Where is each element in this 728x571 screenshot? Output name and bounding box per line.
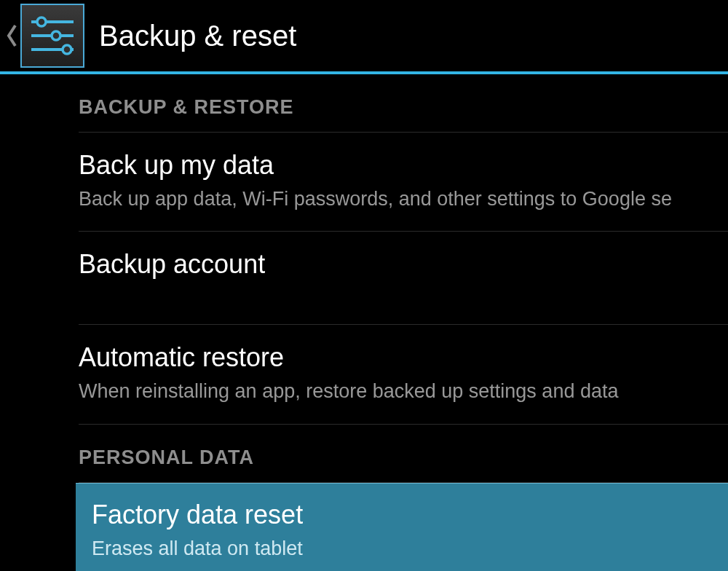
svg-point-5 [63,45,71,54]
item-title: Back up my data [79,149,728,181]
header-bar: Backup & reset [0,0,728,74]
settings-content: BACKUP & RESTORE Back up my data Back up… [0,74,728,571]
section-header-backup-restore: BACKUP & RESTORE [79,74,728,133]
back-chevron-icon[interactable] [4,23,19,48]
item-subtitle: When reinstalling an app, restore backed… [79,378,728,404]
list-item-backup-my-data[interactable]: Back up my data Back up app data, Wi-Fi … [79,133,728,232]
item-subtitle: Erases all data on tablet [92,535,728,562]
item-title: Backup account [79,248,728,280]
section-header-personal-data: PERSONAL DATA [79,425,728,483]
settings-sliders-icon[interactable] [20,4,84,68]
item-subtitle: Back up app data, Wi-Fi passwords, and o… [79,186,728,212]
page-title: Backup & reset [99,20,296,52]
svg-point-1 [37,17,46,26]
item-title: Automatic restore [79,341,728,374]
list-item-backup-account[interactable]: Backup account [79,232,728,325]
item-title: Factory data reset [92,498,728,531]
svg-point-3 [52,31,60,40]
list-item-factory-reset[interactable]: Factory data reset Erases all data on ta… [76,483,728,571]
list-item-automatic-restore[interactable]: Automatic restore When reinstalling an a… [79,325,728,424]
